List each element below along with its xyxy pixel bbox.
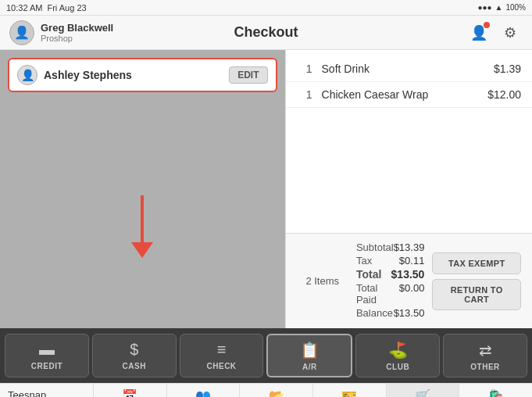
balance-row: Balance $13.50 [356, 307, 424, 319]
total-value: $13.50 [391, 268, 425, 281]
total-row: Total $13.50 [356, 268, 424, 281]
cash-label: CASH [123, 362, 146, 370]
table-row: 1 Soft Drink $1.39 [286, 56, 532, 82]
tax-value: $0.11 [399, 255, 425, 266]
pay-check-button[interactable]: ≡ CHECK [180, 334, 264, 377]
pay-ar-button[interactable]: 📋 A/R [266, 334, 352, 377]
arrow-shaft [141, 195, 144, 242]
credit-label: CREDIT [31, 362, 62, 370]
edit-customer-button[interactable]: EDIT [229, 66, 267, 84]
balance-value: $13.50 [394, 307, 425, 319]
item-qty: 1 [297, 88, 312, 101]
status-date: Fri Aug 23 [47, 3, 86, 13]
return-to-cart-button[interactable]: RETURN TO CART [432, 279, 521, 310]
settings-icon-button[interactable]: ⚙ [498, 20, 523, 45]
total-paid-label: Total Paid [356, 282, 399, 306]
summary-section: 2 Items Subtotal $13.39 Tax $0.11 Total … [286, 233, 532, 328]
academy-selector[interactable]: Teesnap Academy ▼ [0, 384, 94, 397]
user-info: Greg Blackwell Proshop [41, 22, 113, 43]
cart-icon: 🛒 [415, 388, 430, 397]
total-label: Total [356, 268, 381, 281]
table-row: 1 Chicken Caesar Wrap $12.00 [286, 82, 532, 108]
item-price: $12.00 [487, 88, 521, 101]
sidebar-item-customers[interactable]: 👥 Customers [167, 384, 241, 397]
tee-sheet-icon: 📅 [122, 388, 137, 397]
items-count-container: 2 Items [297, 241, 348, 320]
tickets-icon: 🎫 [341, 388, 357, 397]
header: 👤 Greg Blackwell Proshop Checkout 👤 ⚙ [0, 16, 532, 50]
credit-icon: ▬ [39, 341, 55, 359]
tax-label: Tax [356, 255, 372, 266]
pay-club-button[interactable]: ⛳ CLUB [355, 334, 440, 377]
nav-items: 📅 Tee Sheet 👥 Customers 📂 Tabs 🎫 Tickets… [94, 384, 532, 397]
tax-exempt-button[interactable]: TAX EXEMPT [432, 252, 521, 274]
total-paid-value: $0.00 [399, 282, 425, 306]
other-label: OTHER [470, 363, 500, 371]
totals: Subtotal $13.39 Tax $0.11 Total $13.50 T… [356, 241, 424, 320]
main-content: 👤 Ashley Stephens EDIT 1 Soft Drink $1.3… [0, 50, 532, 328]
sidebar-item-purchases[interactable]: 🛍️ Purchases [459, 384, 532, 397]
item-name: Chicken Caesar Wrap [322, 88, 488, 101]
battery-status: 100% [505, 3, 526, 12]
settings-icon: ⚙ [504, 24, 516, 41]
item-price: $1.39 [494, 63, 521, 75]
arrow-head [131, 242, 153, 258]
status-right: ●●● ▲ 100% [477, 3, 526, 12]
purchases-icon: 🛍️ [488, 388, 504, 397]
wifi-icon: ▲ [495, 3, 503, 12]
other-icon: ⇄ [479, 341, 492, 359]
tax-row: Tax $0.11 [356, 255, 424, 266]
pay-other-button[interactable]: ⇄ OTHER [443, 334, 527, 377]
academy-name: Teesnap Academy [8, 389, 74, 398]
signal-icon: ●●● [477, 3, 491, 12]
sidebar-item-tickets[interactable]: 🎫 Tickets [313, 384, 387, 397]
item-qty: 1 [297, 63, 312, 75]
customer-name: Ashley Stephens [44, 69, 132, 81]
total-paid-row: Total Paid $0.00 [356, 282, 424, 306]
right-panel: 1 Soft Drink $1.39 1 Chicken Caesar Wrap… [285, 50, 532, 328]
action-buttons: TAX EXEMPT RETURN TO CART [432, 241, 521, 320]
pay-credit-button[interactable]: ▬ CREDIT [5, 334, 89, 377]
page-title: Checkout [234, 24, 298, 41]
ar-icon: 📋 [300, 341, 320, 359]
header-actions: 👤 ⚙ [466, 20, 523, 45]
status-time: 10:32 AM [6, 3, 42, 13]
header-user: 👤 Greg Blackwell Proshop [9, 20, 113, 45]
user-role: Proshop [41, 34, 113, 43]
check-icon: ≡ [217, 341, 227, 359]
subtotal-label: Subtotal [356, 241, 394, 253]
item-name: Soft Drink [322, 63, 494, 75]
club-icon: ⛳ [388, 341, 408, 359]
notification-badge [484, 22, 490, 28]
check-label: CHECK [207, 362, 237, 370]
customer-avatar: 👤 [17, 65, 37, 85]
cart-items-list: 1 Soft Drink $1.39 1 Chicken Caesar Wrap… [286, 50, 532, 233]
payment-bar: ▬ CREDIT $ CASH ≡ CHECK 📋 A/R ⛳ CLUB ⇄ O… [0, 328, 532, 383]
customer-info: 👤 Ashley Stephens [17, 65, 132, 85]
status-bar: 10:32 AM Fri Aug 23 ●●● ▲ 100% [0, 0, 532, 16]
sidebar-item-cart[interactable]: 🛒 Cart [387, 384, 460, 397]
subtotal-row: Subtotal $13.39 [356, 241, 424, 253]
bottom-nav: Teesnap Academy ▼ 📅 Tee Sheet 👥 Customer… [0, 383, 532, 397]
user-name: Greg Blackwell [41, 22, 113, 34]
left-panel: 👤 Ashley Stephens EDIT [0, 50, 285, 328]
avatar: 👤 [9, 20, 34, 45]
arrow-indicator [131, 195, 153, 258]
subtotal-value: $13.39 [394, 241, 425, 253]
sidebar-item-tee-sheet[interactable]: 📅 Tee Sheet [94, 384, 167, 397]
items-count: 2 Items [305, 275, 339, 287]
pay-cash-button[interactable]: $ CASH [92, 334, 177, 377]
cash-icon: $ [130, 341, 138, 359]
customer-bar: 👤 Ashley Stephens EDIT [8, 58, 277, 92]
ar-label: A/R [302, 363, 317, 371]
balance-label: Balance [356, 307, 393, 319]
customers-icon: 👥 [195, 388, 211, 397]
club-label: CLUB [386, 363, 409, 371]
tabs-icon: 📂 [269, 388, 284, 397]
status-left: 10:32 AM Fri Aug 23 [6, 3, 87, 13]
sidebar-item-tabs[interactable]: 📂 Tabs [240, 384, 313, 397]
person-icon-button[interactable]: 👤 [466, 20, 491, 45]
